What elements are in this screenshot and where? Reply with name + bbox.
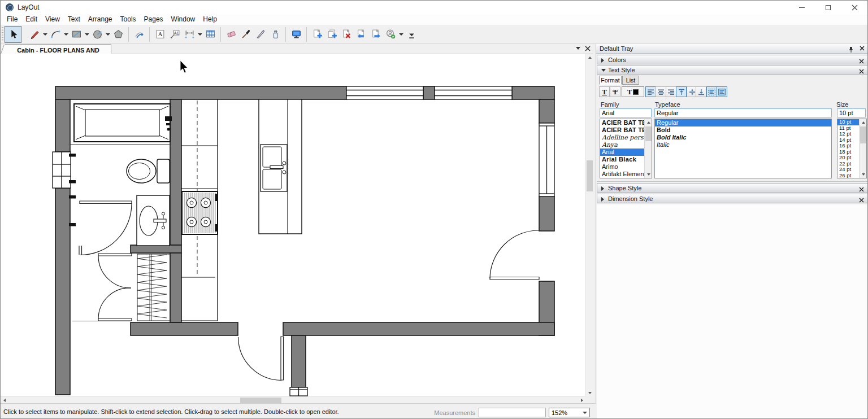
vanity-sink[interactable] <box>137 195 170 246</box>
sign-in-tool-button[interactable] <box>383 27 398 42</box>
menu-view[interactable]: View <box>41 14 64 25</box>
menu-text[interactable]: Text <box>64 14 84 25</box>
floor-plan-drawing[interactable] <box>1 54 585 396</box>
previous-page-tool-button[interactable] <box>354 27 368 42</box>
close-section-icon[interactable] <box>859 195 864 205</box>
rectangle-dropdown-arrow[interactable] <box>84 27 90 42</box>
start-presentation-tool-button[interactable] <box>289 27 303 42</box>
menu-window[interactable]: Window <box>167 14 199 25</box>
family-input[interactable] <box>600 108 652 117</box>
circle-tool-button[interactable] <box>90 27 105 42</box>
align-center-button[interactable] <box>656 86 666 97</box>
split-tool-button[interactable] <box>253 27 268 42</box>
horizontal-scrollbar-thumb[interactable] <box>240 398 281 403</box>
section-header-dimension-style[interactable]: Dimension Style <box>597 194 868 203</box>
minimize-button[interactable] <box>789 1 814 14</box>
family-item[interactable]: Arial <box>600 149 645 156</box>
label-tool-button[interactable]: A1 <box>167 27 182 42</box>
add-page-tool-button[interactable] <box>310 27 324 42</box>
document-tab[interactable]: Cabin - FLOOR PLANS AND SECTIONS <box>5 44 111 54</box>
bathtub[interactable] <box>74 104 172 142</box>
family-item[interactable]: ACIER BAT TEXT NOIR <box>600 119 645 126</box>
text-color-button[interactable]: T <box>622 86 644 97</box>
pin-icon[interactable] <box>848 45 854 55</box>
menu-help[interactable]: Help <box>199 14 221 25</box>
align-right-button[interactable] <box>666 86 676 97</box>
section-header-text-style[interactable]: Text Style <box>597 65 868 75</box>
scroll-down-arrow[interactable] <box>645 171 652 178</box>
next-page-tool-button[interactable] <box>368 27 383 42</box>
autosize-text-button[interactable] <box>706 86 717 97</box>
family-list[interactable]: ACIER BAT TEXT NOIRACIER BAT TEXT SOLIDA… <box>600 119 652 178</box>
size-item[interactable]: 16 pt <box>837 143 859 149</box>
dimension-tool-button[interactable] <box>182 27 197 42</box>
anchor-top-button[interactable] <box>676 86 687 97</box>
offset-tool-button[interactable] <box>132 27 146 42</box>
menu-file[interactable]: File <box>3 14 21 25</box>
family-item[interactable]: Adelline personal use only <box>600 134 645 141</box>
horizontal-scrollbar[interactable] <box>1 396 585 403</box>
menu-tools[interactable]: Tools <box>116 14 140 25</box>
size-item[interactable]: 11 pt <box>837 125 859 132</box>
tab-list[interactable]: List <box>622 76 639 85</box>
dimension-dropdown-arrow[interactable] <box>197 27 203 42</box>
size-item[interactable]: 18 pt <box>837 149 859 155</box>
scrollbar-thumb[interactable] <box>645 126 652 141</box>
table-tool-button[interactable] <box>203 27 218 42</box>
typeface-item[interactable]: Italic <box>655 141 831 149</box>
toolbar-grip[interactable] <box>2 27 3 42</box>
duplicate-page-tool-button[interactable] <box>324 27 339 42</box>
delete-page-tool-button[interactable] <box>339 27 354 42</box>
align-left-button[interactable] <box>645 86 656 97</box>
size-item[interactable]: 26 pt <box>837 173 859 179</box>
text-tool-button[interactable]: A <box>153 27 167 42</box>
toilet[interactable] <box>127 159 170 183</box>
size-list-scrollbar[interactable] <box>859 119 866 178</box>
typeface-input[interactable] <box>654 108 832 117</box>
zoom-level-select[interactable]: 152% <box>549 408 590 417</box>
join-tool-button[interactable] <box>268 27 283 42</box>
typeface-list[interactable]: RegularBoldBold ItalicItalic <box>654 119 832 178</box>
circle-dropdown-arrow[interactable] <box>105 27 111 42</box>
page-list-dropdown-icon[interactable] <box>576 47 580 50</box>
scroll-up-arrow[interactable] <box>645 119 652 126</box>
size-input[interactable] <box>837 108 866 117</box>
family-item[interactable]: Anya <box>600 141 645 149</box>
size-item[interactable]: 10 pt <box>837 119 859 125</box>
toolbar-options-tool-button[interactable] <box>404 27 419 42</box>
menu-pages[interactable]: Pages <box>140 14 167 25</box>
vertical-scrollbar[interactable] <box>585 54 593 396</box>
size-list[interactable]: 10 pt11 pt12 pt14 pt16 pt18 pt20 pt22 pt… <box>837 119 867 178</box>
size-item[interactable]: 14 pt <box>837 137 859 143</box>
menu-edit[interactable]: Edit <box>21 14 41 25</box>
family-item[interactable]: Artifakt Element <box>600 171 645 178</box>
close-window-button[interactable] <box>842 1 867 14</box>
close-section-icon[interactable] <box>859 184 864 194</box>
section-header-colors[interactable]: Colors <box>597 55 868 64</box>
select-tool-button[interactable] <box>5 26 21 43</box>
maximize-button[interactable] <box>815 1 841 14</box>
scroll-down-arrow[interactable] <box>860 171 867 178</box>
typeface-item[interactable]: Regular <box>655 119 831 126</box>
size-item[interactable]: 24 pt <box>837 167 859 173</box>
tab-format[interactable]: Format <box>599 76 622 85</box>
anchor-bottom-button[interactable] <box>696 86 706 97</box>
underline-button[interactable]: T <box>599 86 610 97</box>
bounded-text-button[interactable] <box>717 86 727 97</box>
vertical-scrollbar-thumb[interactable] <box>587 160 593 191</box>
closet[interactable] <box>137 254 170 321</box>
line-dropdown-arrow[interactable] <box>42 27 48 42</box>
rectangle-tool-button[interactable] <box>69 27 84 42</box>
family-item[interactable]: ACIER BAT TEXT SOLID <box>600 126 645 134</box>
size-item[interactable]: 22 pt <box>837 161 859 167</box>
family-item[interactable]: Arimo <box>600 163 645 171</box>
polygon-tool-button[interactable] <box>111 27 125 42</box>
menu-arrange[interactable]: Arrange <box>84 14 116 25</box>
island-sink[interactable] <box>259 99 302 234</box>
strikethrough-button[interactable]: T <box>610 86 620 97</box>
measurements-input[interactable] <box>479 408 546 417</box>
close-tray-icon[interactable] <box>860 45 865 53</box>
family-item[interactable]: Arial Black <box>600 156 645 163</box>
section-header-shape-style[interactable]: Shape Style <box>597 183 868 193</box>
stove[interactable] <box>182 191 218 234</box>
